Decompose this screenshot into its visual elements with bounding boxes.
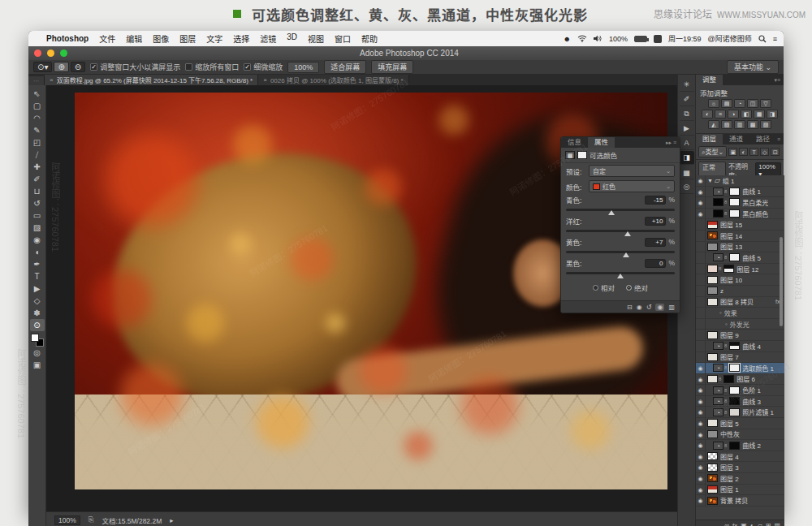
layer-thumbnail[interactable] <box>707 221 718 229</box>
eye-visible-icon[interactable]: ◉ <box>696 429 706 440</box>
menu-item-3[interactable]: 图层 <box>179 32 196 45</box>
absolute-radio[interactable]: 绝对 <box>626 282 648 292</box>
filter-pixel-icon[interactable]: ▣ <box>728 148 737 156</box>
tab-close-icon[interactable]: × <box>50 76 54 84</box>
eye-hidden-icon[interactable] <box>696 352 706 363</box>
document-tab-1[interactable]: ×0026 拷贝 @ 100% (选取颜色 1, 图层蒙版/8) * <box>258 75 408 85</box>
close-window-icon[interactable] <box>34 50 41 57</box>
eyedropper-tool[interactable]: ⧸ <box>30 149 45 161</box>
layer-row[interactable]: 图层 13 <box>696 242 784 253</box>
fill-screen-button[interactable]: 填充屏幕 <box>371 60 413 74</box>
layer-row[interactable]: ◔8曲线 5 <box>696 252 784 264</box>
layers-panel-menu-icon[interactable]: ≡ <box>777 134 784 144</box>
layer-row[interactable]: ◉中性灰 <box>696 429 784 441</box>
eraser-tool[interactable]: ▭ <box>30 209 45 222</box>
layer-row[interactable]: 图层 15 <box>696 219 784 231</box>
filter-smart-object-icon[interactable]: ⊡ <box>771 148 780 156</box>
screen-mode-icon[interactable]: ▣ <box>30 359 45 371</box>
slider-thumb[interactable] <box>608 210 615 215</box>
tab-overflow-stub[interactable]: ⋯ <box>28 76 45 85</box>
layer-thumbnail[interactable] <box>707 243 718 251</box>
clip-to-layer-icon[interactable]: ⊟ <box>627 304 633 311</box>
eye-visible-icon[interactable]: ◉ <box>696 495 706 506</box>
layer-thumbnail[interactable] <box>707 353 718 361</box>
status-menu-arrow-icon[interactable]: ▸ <box>170 516 173 524</box>
adjustment-thumb-icon[interactable]: ◔ <box>713 342 723 350</box>
menu-photoshop[interactable]: Photoshop <box>46 34 89 43</box>
panel-styles-icon[interactable]: ✳ <box>680 78 694 92</box>
eye-visible-icon[interactable]: ◉ <box>696 407 706 417</box>
panel-properties-icon[interactable]: ◨ <box>680 151 694 165</box>
eye-visible-icon[interactable]: ◉ <box>696 363 706 373</box>
slider-value-input[interactable]: 0 <box>645 259 666 268</box>
move-tool[interactable]: ⇖ <box>30 88 45 100</box>
menu-item-9[interactable]: 窗口 <box>335 32 351 45</box>
shape-tool[interactable]: ◇ <box>30 295 45 307</box>
layer-thumbnail[interactable] <box>707 419 718 427</box>
layer-row[interactable]: ◉◔8选取颜色 1 <box>696 363 784 374</box>
layer-thumbnail[interactable] <box>707 375 718 383</box>
adj-brightness-contrast-icon[interactable]: ☼ <box>708 99 719 108</box>
layer-row[interactable]: 图层 7 <box>696 352 784 364</box>
color-channel-select[interactable]: 红色⌄ <box>589 180 675 192</box>
adj-photo-filter-icon[interactable]: ◧ <box>741 110 752 119</box>
tab-close-icon[interactable]: × <box>263 76 267 84</box>
adjustment-thumb-icon[interactable]: ◔ <box>713 188 723 196</box>
quick-selection-tool[interactable]: ✎ <box>30 124 45 136</box>
new-group-icon[interactable]: ▱ <box>758 522 762 526</box>
adj-exposure-icon[interactable]: ◫ <box>747 99 758 108</box>
gradient-tool[interactable]: ▨ <box>30 222 45 234</box>
layer-row[interactable]: ◉◔8曲线 2 <box>696 440 784 451</box>
filter-type-select[interactable]: ⌕类型⌄ <box>698 146 727 157</box>
menu-account[interactable]: @阿诺修图师 <box>708 33 752 44</box>
layer-row[interactable]: 图层 10 <box>696 274 784 286</box>
layers-scrollbar[interactable] <box>780 237 783 326</box>
notification-center-icon[interactable]: ≡ <box>773 35 777 43</box>
adjustment-thumb-icon[interactable]: ◔ <box>713 253 723 261</box>
eye-visible-icon[interactable]: ◉ <box>696 462 706 472</box>
layer-row[interactable]: ◉◔8色阶 1 <box>696 385 784 396</box>
layer-mask-thumbnail[interactable] <box>729 253 740 261</box>
history-brush-tool[interactable]: ↺ <box>30 197 45 209</box>
layer-thumbnail[interactable] <box>707 231 718 239</box>
blur-tool[interactable]: ◉ <box>30 234 45 246</box>
slider-track[interactable] <box>566 209 675 211</box>
menu-item-1[interactable]: 编辑 <box>126 32 142 45</box>
workspace-select[interactable]: 基本功能 ⌄ <box>727 60 779 74</box>
eye-visible-icon[interactable]: ◉ <box>696 485 706 495</box>
adjustment-thumb-icon[interactable]: ◔ <box>713 386 723 394</box>
zoom-out-button[interactable]: ⊖ <box>71 62 85 72</box>
layer-row[interactable]: ◉8黑白颜色 <box>696 209 784 220</box>
eye-hidden-icon[interactable] <box>696 252 706 263</box>
filter-adjustment-icon[interactable]: ◐ <box>739 148 748 156</box>
layer-mask-thumbnail[interactable] <box>729 209 740 218</box>
adj-hue-saturation-icon[interactable]: ◐ <box>702 110 713 119</box>
layer-mask-thumbnail[interactable] <box>729 442 740 450</box>
panel-menu-icon[interactable]: ▾≡ <box>774 75 784 85</box>
adjustment-thumb-icon[interactable]: ◔ <box>713 364 723 372</box>
adj-levels-icon[interactable]: ▤ <box>721 99 732 108</box>
marquee-tool[interactable]: ▢ <box>30 100 45 112</box>
adjustment-thumb-icon[interactable]: ◔ <box>713 397 723 405</box>
panel-clone-source-icon[interactable]: ⧉ <box>680 107 694 121</box>
tab-layers[interactable]: 图层 <box>696 134 723 144</box>
menu-item-5[interactable]: 选择 <box>233 32 249 45</box>
layer-row[interactable]: 8图层 12 <box>696 264 784 275</box>
volume-icon[interactable] <box>594 35 603 42</box>
menu-item-8[interactable]: 视图 <box>308 32 324 45</box>
panel-brush-presets-icon[interactable]: ✐ <box>680 93 694 106</box>
eye-visible-icon[interactable]: ◉ <box>696 396 706 407</box>
layer-thumbnail[interactable] <box>713 209 723 218</box>
zoom-all-windows-checkbox[interactable]: 缩放所有窗口 <box>185 62 239 72</box>
slider-track[interactable] <box>566 230 675 232</box>
tab-channels[interactable]: 通道 <box>723 134 749 144</box>
eye-hidden-icon[interactable] <box>696 219 706 230</box>
eye-visible-icon[interactable]: ◉ <box>696 175 706 186</box>
adj-curves-icon[interactable]: ◔ <box>734 99 745 108</box>
delete-layer-icon[interactable]: ▥ <box>774 522 780 526</box>
filter-shape-icon[interactable]: ◇ <box>760 148 769 156</box>
layer-mask-thumbnail[interactable] <box>729 397 740 405</box>
layer-row[interactable]: 图层 9 <box>696 330 784 341</box>
tab-adjustments[interactable]: 调整 <box>696 75 723 85</box>
reset-adjustment-icon[interactable]: ↺ <box>646 304 652 311</box>
